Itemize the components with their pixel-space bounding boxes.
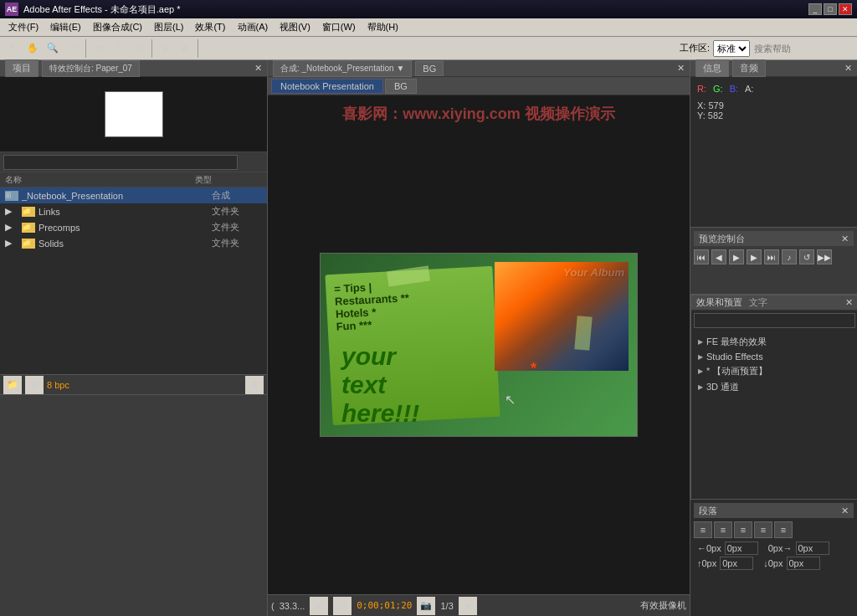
tab-fx-control[interactable]: 特效控制台: Paper_07 xyxy=(42,60,140,77)
rotate-tool[interactable]: ↺ xyxy=(64,39,82,58)
menu-item-l[interactable]: 图层(L) xyxy=(149,19,188,35)
project-item-solids[interactable]: ▶ 📁 Solids 文件夹 xyxy=(0,235,267,251)
menu-item-t[interactable]: 效果(T) xyxy=(190,19,230,35)
comp-tab-bg[interactable]: BG xyxy=(415,61,444,76)
workspace-selector: 工作区: 标准 xyxy=(680,40,750,57)
restore-button[interactable]: □ xyxy=(824,3,837,15)
effects-search-bar xyxy=(691,311,857,331)
effects-close-icon[interactable]: ✕ xyxy=(845,297,853,308)
view-tab-bg[interactable]: BG xyxy=(385,79,417,94)
justify-full-button[interactable]: ≡ xyxy=(774,521,793,538)
a-label: A: xyxy=(745,84,753,94)
justify-button[interactable]: ≡ xyxy=(754,521,772,538)
clone-tool[interactable]: ⊕ xyxy=(156,39,174,58)
photo-overlay xyxy=(495,262,629,371)
tab-info[interactable]: 信息 xyxy=(695,59,729,77)
text-tab-label[interactable]: 文字 xyxy=(749,296,767,309)
info-panel: 信息 音频 ✕ R: G: B: A: X: 579 Y: 582 xyxy=(690,60,857,228)
expand-icon: ▶ xyxy=(698,367,703,375)
fit-comp-button[interactable]: ⊞ xyxy=(310,597,328,615)
goto-start-button[interactable]: ⏮ xyxy=(694,249,709,264)
arrow-tool[interactable]: ↖ xyxy=(3,39,22,58)
effects-category-3d[interactable]: ▶ 3D 通道 xyxy=(695,379,854,395)
align-center-button[interactable]: ≡ xyxy=(714,521,732,538)
preview-close-icon[interactable]: ✕ xyxy=(841,234,849,244)
menu-item-c[interactable]: 图像合成(C) xyxy=(88,19,147,35)
r-label: R: xyxy=(697,84,706,94)
project-thumbnail xyxy=(0,77,267,152)
quality-button[interactable]: ◈ xyxy=(459,597,477,615)
zoom-tool[interactable]: 🔍 xyxy=(44,39,62,58)
asterisk-decoration: * xyxy=(531,360,536,377)
toolbar-group-1: ↖ ✋ 🔍 ↺ xyxy=(3,39,86,58)
ram-preview-button[interactable]: ▶▶ xyxy=(817,249,832,264)
folder-icon: 📁 xyxy=(22,207,35,217)
close-button[interactable]: ✕ xyxy=(839,3,852,15)
indent-right-input[interactable] xyxy=(796,542,829,555)
goto-end-button[interactable]: ⏭ xyxy=(764,249,779,264)
item-type: 文件夹 xyxy=(212,221,262,234)
col-type-header: 类型 xyxy=(195,174,262,186)
workspace-select[interactable]: 标准 xyxy=(713,40,750,57)
window-controls: _ □ ✕ xyxy=(808,3,852,15)
comp-icon: ⊞ xyxy=(5,191,18,201)
effects-category-studio[interactable]: ▶ Studio Effects xyxy=(695,350,854,363)
text-tool[interactable]: T xyxy=(110,39,128,58)
safe-zones-button[interactable]: ⊟ xyxy=(333,597,352,615)
play-button[interactable]: ▶ xyxy=(729,249,744,264)
minimize-button[interactable]: _ xyxy=(808,3,822,15)
spacing-before-input[interactable] xyxy=(720,557,753,570)
audio-button[interactable]: ♪ xyxy=(782,249,797,264)
notebook-preview: = Tips | Restaurants ** Hotels * Fun ***… xyxy=(320,253,638,437)
paragraph-tools: ≡ ≡ ≡ ≡ ≡ xyxy=(694,521,854,538)
spacing-after-input[interactable] xyxy=(787,557,820,570)
y-coord: Y: 582 xyxy=(697,110,850,121)
item-name: Links xyxy=(38,207,208,217)
step-back-button[interactable]: ◀ xyxy=(711,249,726,264)
align-right-button[interactable]: ≡ xyxy=(734,521,752,538)
step-fwd-button[interactable]: ▶ xyxy=(747,249,762,264)
menu-item-f[interactable]: 文件(F) xyxy=(3,19,44,35)
project-item-links[interactable]: ▶ 📁 Links 文件夹 xyxy=(0,203,267,219)
indent-row: ←0px 0px→ xyxy=(697,542,850,555)
new-folder-button[interactable]: 📁 xyxy=(3,376,22,394)
new-comp-button[interactable]: ⊞ xyxy=(25,376,44,394)
category-label: 3D 通道 xyxy=(706,381,739,393)
project-item-precomps[interactable]: ▶ 📁 Precomps 文件夹 xyxy=(0,219,267,235)
indent-left-input[interactable] xyxy=(725,542,758,555)
paint-tool[interactable]: ◉ xyxy=(176,39,194,58)
photo-card: Your Album xyxy=(495,262,629,371)
tab-project[interactable]: 项目 xyxy=(5,59,38,77)
item-type: 文件夹 xyxy=(212,237,262,249)
menu-item-e[interactable]: 编辑(E) xyxy=(45,19,86,35)
project-item-notebook[interactable]: ⊞ _Notebook_Presentation 合成 xyxy=(0,187,267,203)
menu-item-w[interactable]: 窗口(W) xyxy=(317,19,361,35)
camera-icon[interactable]: 📷 xyxy=(417,597,435,615)
folder-icon: 📁 xyxy=(22,239,35,249)
effects-category-fe[interactable]: ▶ FE 最终的效果 xyxy=(695,334,854,350)
menu-item-a[interactable]: 动画(A) xyxy=(233,19,274,35)
search-help-input[interactable] xyxy=(753,40,854,57)
b-label: B: xyxy=(730,84,738,94)
indent-right-label: 0px→ xyxy=(768,543,793,553)
menu-item-v[interactable]: 视图(V) xyxy=(275,19,316,35)
effects-category-anim[interactable]: ▶ * 【动画预置】 xyxy=(695,363,854,379)
shape-tool[interactable]: ▭ xyxy=(130,39,148,58)
view-tab-notebook[interactable]: Notebook Presentation xyxy=(271,79,383,94)
hand-tool[interactable]: ✋ xyxy=(23,39,42,58)
effects-search-input[interactable] xyxy=(694,313,855,328)
project-close-icon[interactable]: ✕ xyxy=(254,63,262,74)
align-left-button[interactable]: ≡ xyxy=(694,521,712,538)
loop-button[interactable]: ↺ xyxy=(799,249,814,264)
info-close-icon[interactable]: ✕ xyxy=(844,63,852,74)
comp-close-icon[interactable]: ✕ xyxy=(677,63,685,74)
tab-audio[interactable]: 音频 xyxy=(732,59,766,77)
comp-tab-main[interactable]: 合成: _Notebook_Presentation ▼ xyxy=(273,60,412,77)
para-tab-label: 段落 xyxy=(699,505,717,517)
pen-tool[interactable]: ✏ xyxy=(90,39,108,58)
project-search-input[interactable] xyxy=(3,155,238,170)
menu-item-h[interactable]: 帮助(H) xyxy=(362,19,403,35)
para-close-icon[interactable]: ✕ xyxy=(841,506,849,516)
expand-icon: ▶ xyxy=(698,338,703,346)
delete-button[interactable]: 🗑 xyxy=(245,376,264,394)
